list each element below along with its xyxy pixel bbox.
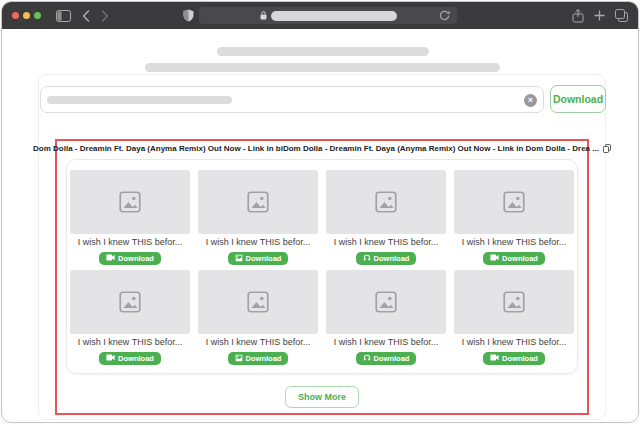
card-download-button[interactable]: Download — [356, 352, 417, 365]
result-card: I wish I knew THIS befor... Download — [454, 270, 574, 365]
image-placeholder-icon — [501, 189, 527, 215]
thumbnail-placeholder — [70, 270, 190, 334]
results-card: I wish I knew THIS befor... Download I w… — [66, 159, 578, 374]
share-icon — [572, 9, 584, 23]
result-card: I wish I knew THIS befor... Download — [326, 170, 446, 265]
headphones-icon — [363, 354, 371, 364]
toolbar-right-icons — [572, 2, 628, 29]
image-icon — [235, 254, 243, 264]
card-download-label: Download — [502, 254, 538, 263]
search-text-redacted — [47, 96, 232, 104]
copy-icon — [603, 144, 611, 153]
traffic-lights — [12, 12, 41, 19]
result-caption: I wish I knew THIS befor... — [462, 337, 566, 348]
thumbnail-placeholder — [454, 170, 574, 234]
video-camera-icon — [490, 354, 499, 363]
card-download-label: Download — [118, 354, 154, 363]
card-download-label: Download — [246, 254, 282, 263]
results-highlight-box: Dom Dolla - Dreamin Ft. Daya (Anyma Remi… — [55, 139, 589, 415]
result-card: I wish I knew THIS befor... Download — [70, 170, 190, 265]
thumbnail-placeholder — [198, 170, 318, 234]
card-download-label: Download — [374, 254, 410, 263]
address-bar[interactable] — [199, 7, 457, 24]
thumbnail-placeholder — [326, 170, 446, 234]
card-download-button[interactable]: Download — [228, 352, 289, 365]
image-placeholder-icon — [117, 189, 143, 215]
result-caption: I wish I knew THIS befor... — [462, 237, 566, 248]
card-download-label: Download — [374, 354, 410, 363]
traffic-light-zoom[interactable] — [34, 12, 41, 19]
url-text-redacted — [271, 11, 397, 21]
traffic-light-minimize[interactable] — [23, 12, 30, 19]
result-caption: I wish I knew THIS befor... — [206, 237, 310, 248]
video-camera-icon — [490, 254, 499, 263]
card-download-label: Download — [118, 254, 154, 263]
clear-search-button[interactable]: × — [524, 94, 537, 107]
image-placeholder-icon — [373, 189, 399, 215]
sidebar-toggle-button[interactable] — [56, 10, 71, 22]
new-tab-button[interactable] — [594, 10, 605, 21]
browser-window: × Download Dom Dolla - Dreamin Ft. Daya … — [1, 1, 639, 423]
chevron-right-icon — [101, 10, 109, 22]
image-placeholder-icon — [373, 289, 399, 315]
card-download-button[interactable]: Download — [356, 252, 417, 265]
image-placeholder-icon — [245, 189, 271, 215]
forward-button[interactable] — [101, 10, 109, 22]
browser-toolbar — [2, 2, 638, 29]
card-download-button[interactable]: Download — [99, 252, 161, 265]
headphones-icon — [363, 254, 371, 264]
search-input[interactable]: × — [40, 86, 544, 113]
card-download-button[interactable]: Download — [99, 352, 161, 365]
card-download-button[interactable]: Download — [483, 352, 545, 365]
refresh-icon — [439, 10, 450, 21]
video-title-row: Dom Dolla - Dreamin Ft. Daya (Anyma Remi… — [33, 144, 611, 153]
result-card: I wish I knew THIS befor... Download — [454, 170, 574, 265]
privacy-shield-button[interactable] — [183, 9, 194, 22]
traffic-light-close[interactable] — [12, 12, 19, 19]
card-download-label: Download — [502, 354, 538, 363]
image-placeholder-icon — [117, 289, 143, 315]
result-card: I wish I knew THIS befor... Download — [326, 270, 446, 365]
shield-icon — [183, 9, 194, 22]
thumbnail-placeholder — [70, 170, 190, 234]
image-icon — [235, 354, 243, 364]
result-caption: I wish I knew THIS befor... — [206, 337, 310, 348]
sidebar-icon — [56, 10, 71, 22]
thumbnail-placeholder — [326, 270, 446, 334]
video-title: Dom Dolla - Dreamin Ft. Daya (Anyma Remi… — [33, 144, 599, 153]
tabs-icon — [615, 9, 628, 22]
lock-icon — [260, 11, 267, 20]
video-camera-icon — [106, 354, 115, 363]
copy-title-button[interactable] — [603, 144, 611, 153]
result-caption: I wish I knew THIS befor... — [334, 337, 438, 348]
skeleton-subheading-line — [145, 63, 500, 72]
result-card: I wish I knew THIS befor... Download — [70, 270, 190, 365]
skeleton-heading-line — [217, 47, 429, 56]
share-button[interactable] — [572, 9, 584, 23]
video-camera-icon — [106, 254, 115, 263]
tab-overview-button[interactable] — [615, 9, 628, 22]
back-button[interactable] — [82, 10, 90, 22]
result-caption: I wish I knew THIS befor... — [334, 237, 438, 248]
result-card: I wish I knew THIS befor... Download — [198, 170, 318, 265]
refresh-button[interactable] — [439, 10, 450, 21]
result-card: I wish I knew THIS befor... Download — [198, 270, 318, 365]
card-download-label: Download — [246, 354, 282, 363]
image-placeholder-icon — [245, 289, 271, 315]
result-caption: I wish I knew THIS befor... — [78, 237, 182, 248]
download-button[interactable]: Download — [550, 85, 606, 113]
thumbnail-placeholder — [454, 270, 574, 334]
result-caption: I wish I knew THIS befor... — [78, 337, 182, 348]
thumbnail-placeholder — [198, 270, 318, 334]
card-download-button[interactable]: Download — [483, 252, 545, 265]
chevron-left-icon — [82, 10, 90, 22]
plus-icon — [594, 10, 605, 21]
card-download-button[interactable]: Download — [228, 252, 289, 265]
address-bar-group — [183, 2, 457, 29]
show-more-button[interactable]: Show More — [285, 386, 359, 408]
image-placeholder-icon — [501, 289, 527, 315]
